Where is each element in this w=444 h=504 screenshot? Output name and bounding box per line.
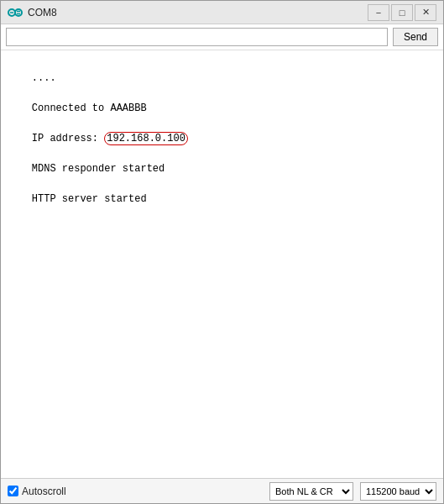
output-line-http: HTTP server started xyxy=(32,193,147,205)
baud-rate-select[interactable]: 300 baud 1200 baud 2400 baud 4800 baud 9… xyxy=(360,482,436,501)
line-ending-select[interactable]: No line ending Newline Carriage return B… xyxy=(269,482,353,501)
window-title: COM8 xyxy=(28,7,368,18)
line-ending-dropdown[interactable]: No line ending Newline Carriage return B… xyxy=(269,482,353,501)
serial-monitor-window: COM8 − □ ✕ Send .... Connected to AAABBB… xyxy=(0,0,444,504)
svg-point-1 xyxy=(15,9,22,16)
autoscroll-label[interactable]: Autoscroll xyxy=(8,486,66,497)
monitor-output: .... Connected to AAABBB IP address: 192… xyxy=(1,50,443,478)
titlebar: COM8 − □ ✕ xyxy=(1,1,443,24)
output-line-mdns: MDNS responder started xyxy=(32,163,165,175)
app-icon xyxy=(8,5,23,20)
output-line-ip: IP address: 192.168.0.100 xyxy=(32,132,188,145)
maximize-button[interactable]: □ xyxy=(391,4,413,21)
ip-address: 192.168.0.100 xyxy=(104,132,188,145)
close-button[interactable]: ✕ xyxy=(415,4,436,21)
minimize-button[interactable]: − xyxy=(368,4,389,21)
output-line-dots: .... xyxy=(32,72,56,84)
ip-prefix: IP address: xyxy=(32,133,104,144)
window-controls: − □ ✕ xyxy=(368,4,436,21)
send-button[interactable]: Send xyxy=(393,28,438,46)
input-row: Send xyxy=(1,24,443,50)
output-line-connected: Connected to AAABBB xyxy=(32,102,147,114)
baud-rate-dropdown[interactable]: 300 baud 1200 baud 2400 baud 4800 baud 9… xyxy=(360,482,436,501)
serial-input[interactable] xyxy=(6,28,388,46)
autoscroll-text: Autoscroll xyxy=(22,486,66,497)
autoscroll-checkbox[interactable] xyxy=(8,486,18,496)
statusbar: Autoscroll No line ending Newline Carria… xyxy=(1,478,443,503)
